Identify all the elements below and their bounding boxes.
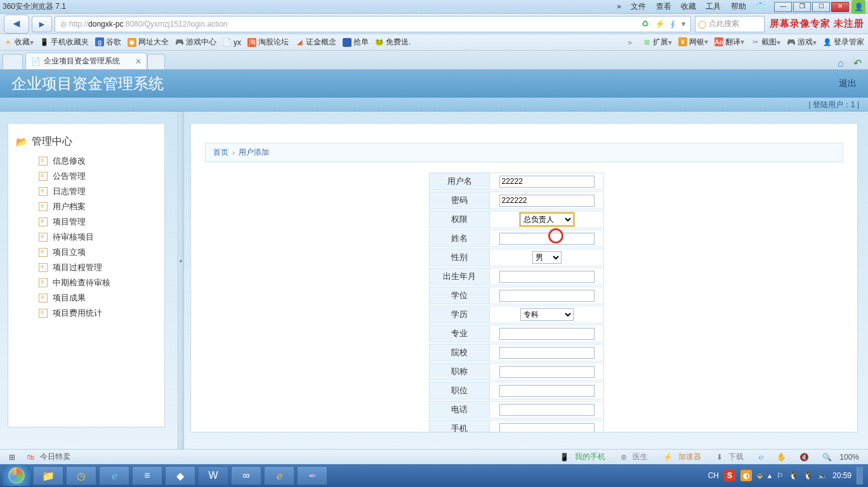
zoom-icon[interactable]: 🔍 (822, 453, 832, 462)
bookmark-item[interactable]: g谷歌 (95, 37, 121, 48)
new-tab-button[interactable] (147, 54, 165, 69)
status-item[interactable]: 🔇 (796, 453, 811, 462)
bookmark-item[interactable]: ¥网银 ▾ (678, 37, 708, 48)
bookmark-item[interactable]: 👤登录管家 (823, 37, 864, 48)
sidebar-item[interactable]: 项目费用统计 (39, 306, 158, 321)
text-input[interactable] (499, 423, 595, 433)
tray-vol-icon[interactable]: 🔈 (818, 471, 827, 480)
ime-label[interactable]: CH (708, 471, 719, 480)
search-box[interactable]: ◯ 点此搜索 (695, 16, 765, 32)
bookmark-item[interactable]: 📄yx (223, 38, 241, 47)
bookmark-item[interactable]: ⊞扩展 ▾ (642, 37, 672, 48)
text-input[interactable] (499, 290, 595, 302)
task-app4[interactable]: ∞ (231, 466, 261, 485)
sidebar-item[interactable]: 中期检查待审核 (39, 275, 158, 290)
text-input[interactable] (499, 404, 595, 416)
status-item[interactable]: 📱我的手机 (556, 451, 609, 462)
bookmark-item[interactable]: 📱手机收藏夹 (40, 37, 89, 48)
sogou-icon[interactable]: S (724, 470, 735, 481)
select-input[interactable]: 男 (532, 251, 562, 264)
bookmark-item[interactable]: 🐾抢单 (343, 37, 369, 48)
compat-icon[interactable]: ∮ (671, 19, 675, 29)
bookmark-item[interactable]: Aa翻译 ▾ (714, 37, 744, 48)
bookmark-item[interactable]: 🎮游戏 ▾ (787, 37, 817, 48)
select-input[interactable]: 总负责人 (520, 213, 574, 226)
menu-more-icon[interactable]: » (617, 2, 621, 11)
skin-icon[interactable]: 👕 (756, 2, 765, 11)
bookmark-item[interactable]: 淘淘股论坛 (247, 37, 289, 48)
menu-file[interactable]: 文件 (631, 2, 646, 11)
sidebar-item[interactable]: 信息修改 (39, 153, 158, 169)
menu-tools[interactable]: 工具 (706, 2, 721, 11)
task-browser2[interactable]: ℯ (264, 466, 294, 485)
task-app2[interactable]: ≡ (132, 466, 162, 485)
url-field[interactable]: ◎ http://dongxk-pc:8080/Qyxmzj1512/login… (55, 16, 691, 32)
task-explorer[interactable]: 📁 (33, 466, 63, 485)
bm-overflow[interactable]: » (628, 38, 632, 47)
tray-icon-2[interactable]: ⬙ (757, 471, 763, 480)
sidebar-item[interactable]: 项目过程管理 (39, 260, 158, 275)
status-item[interactable]: ⚡加速器 (659, 451, 705, 462)
status-left[interactable]: 今日特卖 (40, 451, 70, 462)
back-button[interactable]: ◄ (4, 15, 29, 34)
task-app5[interactable]: ✒ (297, 466, 327, 485)
minimize-button[interactable]: — (774, 2, 792, 12)
bookmark-item[interactable]: 🐸免费送. (375, 37, 411, 48)
text-input[interactable] (499, 328, 595, 340)
splitter[interactable] (178, 112, 184, 449)
task-app3[interactable]: ◆ (165, 466, 195, 485)
tray-qq1-icon[interactable]: 🐧 (789, 471, 798, 480)
tray-flag-icon[interactable]: ⚐ (777, 471, 784, 480)
select-input[interactable]: 专科 (520, 308, 574, 321)
sidebar-item[interactable]: 项目成果 (39, 290, 158, 306)
text-input[interactable] (499, 366, 595, 378)
tab-stub[interactable] (3, 54, 23, 69)
tray-icon-1[interactable]: ◐ (740, 470, 752, 481)
sidebar-item[interactable]: 项目立项 (39, 245, 158, 260)
task-app1[interactable]: ◷ (66, 466, 96, 485)
text-input[interactable] (499, 271, 595, 283)
logout-link[interactable]: 退出 (839, 78, 857, 89)
crumb-home[interactable]: 首页 (213, 147, 228, 158)
bookmark-item[interactable]: ★收藏 ▾ (4, 37, 34, 48)
dropdown-icon[interactable]: ▾ (681, 19, 686, 29)
sidebar-item[interactable]: 待审核项目 (39, 230, 158, 245)
task-word[interactable]: W (198, 466, 228, 485)
start-button[interactable] (3, 465, 30, 486)
text-input[interactable] (499, 176, 595, 188)
text-input[interactable] (499, 195, 595, 207)
forward-button[interactable]: ► (32, 16, 52, 32)
text-input[interactable] (499, 385, 595, 397)
status-item[interactable]: ✋ (773, 453, 788, 462)
sidebar-root[interactable]: 📂 管理中心 (15, 133, 158, 153)
status-item[interactable]: ℮ (755, 453, 765, 462)
restore-button[interactable]: ❐ (793, 2, 811, 12)
menu-favorites[interactable]: 收藏 (681, 2, 696, 11)
status-item[interactable]: ⊕医生 (617, 451, 652, 462)
tray-up-icon[interactable]: ▴ (768, 471, 772, 480)
status-grid-icon[interactable]: ⊞ (9, 453, 15, 462)
sidebar-item[interactable]: 项目管理 (39, 214, 158, 230)
menu-help[interactable]: 帮助 (731, 2, 746, 11)
task-browser1[interactable]: ℯ (99, 466, 129, 485)
lightning-icon[interactable]: ⚡ (655, 19, 665, 29)
recycle-icon[interactable]: ♻ (641, 19, 649, 29)
maximize-button[interactable]: ☐ (812, 2, 830, 12)
tray-qq2-icon[interactable]: 🐧 (803, 471, 813, 480)
bookmark-item[interactable]: ✂截图 ▾ (751, 37, 780, 48)
account-icon[interactable]: 👤 (852, 0, 865, 14)
clock[interactable]: 20:59 (832, 471, 852, 480)
text-input[interactable] (499, 347, 595, 359)
sidebar-item[interactable]: 公告管理 (39, 169, 158, 184)
menu-view[interactable]: 查看 (656, 2, 671, 11)
active-tab[interactable]: 📄 企业项目资金管理系统 ✕ (25, 53, 147, 69)
sidebar-item[interactable]: 日志管理 (39, 184, 158, 199)
text-input[interactable] (499, 233, 595, 245)
bookmark-item[interactable]: ◢证金概念 (295, 37, 336, 48)
show-desktop[interactable] (857, 467, 863, 484)
bookmark-item[interactable]: ◉网址大全 (128, 37, 169, 48)
tab-close-icon[interactable]: ✕ (135, 57, 141, 66)
sidebar-item[interactable]: 用户档案 (39, 199, 158, 214)
close-button[interactable]: ✕ (831, 2, 849, 12)
status-item[interactable]: ⬇下载 (713, 451, 747, 462)
